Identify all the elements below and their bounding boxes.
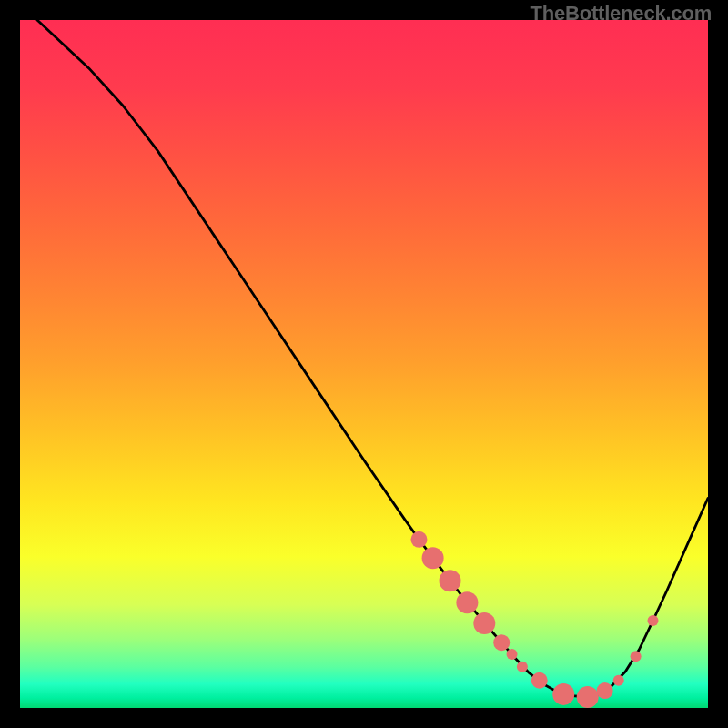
chart-svg xyxy=(20,20,708,708)
data-marker xyxy=(517,662,528,672)
data-marker xyxy=(422,547,444,569)
data-marker xyxy=(493,634,510,651)
data-marker xyxy=(507,649,518,660)
watermark-text: TheBottleneck.com xyxy=(530,2,712,25)
data-marker xyxy=(648,615,659,626)
data-marker xyxy=(597,682,613,699)
data-marker xyxy=(552,683,574,705)
data-marker xyxy=(440,570,461,592)
data-marker xyxy=(531,672,548,689)
data-marker xyxy=(410,531,427,548)
plot-area xyxy=(20,20,708,708)
data-marker xyxy=(456,592,478,613)
data-marker xyxy=(631,651,642,662)
chart-container: TheBottleneck.com xyxy=(0,0,728,728)
data-marker xyxy=(473,612,495,634)
data-marker xyxy=(577,686,599,708)
heat-gradient-bg xyxy=(20,20,708,708)
data-marker xyxy=(613,675,624,686)
